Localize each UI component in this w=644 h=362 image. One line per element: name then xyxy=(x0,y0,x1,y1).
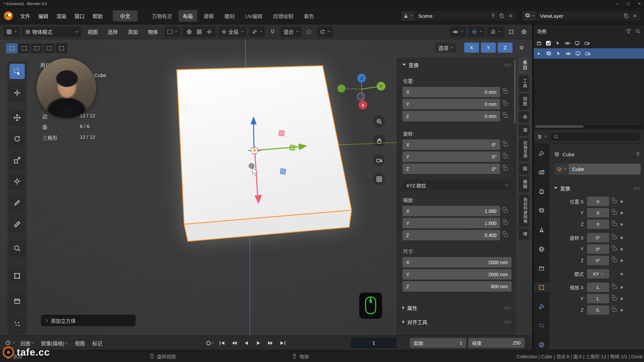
exclude-checkbox[interactable] xyxy=(546,41,551,46)
lock-icon[interactable] xyxy=(613,212,617,215)
gizmo-plane-z[interactable] xyxy=(280,169,286,174)
menu-object[interactable]: 物体 xyxy=(144,28,162,35)
camera-view-button[interactable] xyxy=(373,154,385,166)
mode-dropdown[interactable]: 物体模式 xyxy=(22,26,81,37)
lock-icon[interactable] xyxy=(613,259,617,262)
pan-button[interactable] xyxy=(373,135,385,147)
menu-add[interactable]: 添加 xyxy=(124,28,142,35)
selectable-cursor-icon[interactable] xyxy=(556,51,561,56)
select-mode-invert[interactable] xyxy=(43,43,55,53)
remove-viewlayer-icon[interactable] xyxy=(632,13,638,18)
tool-settings-dropdown[interactable] xyxy=(164,26,180,37)
cube-object[interactable] xyxy=(177,66,352,241)
options-dropdown[interactable]: 选项 xyxy=(435,43,457,53)
menu-window[interactable]: 窗口 xyxy=(70,10,89,21)
hide-eye-icon[interactable] xyxy=(566,51,571,56)
language-button[interactable]: 中文 xyxy=(113,10,138,21)
lock-icon[interactable] xyxy=(613,200,617,203)
pin-icon[interactable] xyxy=(635,152,641,157)
lock-icon[interactable] xyxy=(504,234,508,237)
properties-search-input[interactable] xyxy=(550,132,641,141)
editor-type-button[interactable] xyxy=(3,26,19,37)
tool-add-cube[interactable] xyxy=(9,241,25,256)
hide-eye-icon[interactable] xyxy=(565,41,570,46)
dimensions-z-field[interactable]: Z800 mm xyxy=(402,281,512,292)
snap-target-icon[interactable] xyxy=(204,26,214,37)
globe-icon[interactable] xyxy=(184,26,194,37)
gizmos-dropdown[interactable] xyxy=(469,26,485,37)
minimize-button[interactable]: ─ xyxy=(615,1,619,6)
lock-icon[interactable] xyxy=(613,297,617,300)
tab-view-layer[interactable] xyxy=(534,206,549,215)
menu-file[interactable]: 文件 xyxy=(16,10,34,21)
dimensions-x-field[interactable]: X2000 mm xyxy=(402,257,512,267)
select-mode-new[interactable] xyxy=(6,43,17,53)
viewlayer-name[interactable]: ViewLayer xyxy=(537,13,621,19)
n-tab-addon-2[interactable]: 湘 xyxy=(519,125,529,136)
animate-dot-icon[interactable] xyxy=(621,273,623,275)
outliner-cube-row[interactable] xyxy=(534,48,644,59)
grid-ortho-button[interactable] xyxy=(373,173,385,185)
frame-start-field[interactable]: 起始1 xyxy=(410,338,466,348)
scale-x-field[interactable]: X1.000 xyxy=(402,206,500,216)
tool-move[interactable] xyxy=(9,110,25,125)
new-viewlayer-icon[interactable] xyxy=(624,13,629,18)
prop-mode-dropdown[interactable]: XY xyxy=(587,269,609,279)
props-transform-header[interactable]: 变换 xyxy=(554,183,641,193)
menu-select[interactable]: 选择 xyxy=(104,28,121,35)
lock-icon[interactable] xyxy=(613,309,617,312)
prev-keyframe-button[interactable] xyxy=(229,338,239,348)
close-button[interactable]: × xyxy=(638,1,641,6)
properties-editor-type-button[interactable] xyxy=(537,134,546,139)
new-scene-icon[interactable] xyxy=(499,13,504,18)
tool-extra-3[interactable] xyxy=(9,316,25,332)
lock-icon[interactable] xyxy=(504,222,508,225)
menu-view[interactable]: 视图 xyxy=(84,28,101,35)
axis-nav-gizmo[interactable]: Z Y X xyxy=(330,62,397,119)
search-icon[interactable] xyxy=(635,28,641,34)
viewport-disable-icon[interactable] xyxy=(575,51,581,56)
prop-scale-y-field[interactable]: 1. xyxy=(587,294,609,303)
scale-y-field[interactable]: Y1.000 xyxy=(402,218,500,228)
animate-dot-icon[interactable] xyxy=(621,212,623,214)
lock-icon[interactable] xyxy=(613,223,617,226)
maximize-button[interactable]: □ xyxy=(627,1,630,6)
rotation-z-field[interactable]: Z0° xyxy=(402,164,500,174)
gizmo-plane-y[interactable] xyxy=(289,145,295,150)
workspace-tab-sculpting[interactable]: 雕刻 xyxy=(220,10,239,22)
gizmo-plane-x[interactable] xyxy=(279,130,284,136)
tab-scene[interactable] xyxy=(534,226,549,234)
snap-magnet-icon[interactable] xyxy=(268,26,278,37)
workspace-tab-layout[interactable]: 布局 xyxy=(178,10,197,22)
transform-panel-header[interactable]: 变换 xyxy=(402,59,512,70)
n-tab-addon-6[interactable]: 曲线构建网格 xyxy=(519,194,529,227)
n-tab-tool[interactable]: 工具 xyxy=(519,75,529,92)
location-z-field[interactable]: Z0 mm xyxy=(402,111,500,121)
n-panel-scrollbar[interactable] xyxy=(514,60,516,124)
tool-select-box[interactable] xyxy=(9,64,25,79)
nav-axis-y-neg[interactable] xyxy=(337,84,345,93)
tab-collection[interactable] xyxy=(534,264,549,273)
viewlayer-browse-button[interactable] xyxy=(523,11,537,21)
play-button[interactable] xyxy=(253,338,264,348)
lock-icon[interactable] xyxy=(504,155,508,158)
pivot-dropdown[interactable] xyxy=(249,26,265,37)
tab-output[interactable] xyxy=(534,187,549,196)
prop-rot-y-field[interactable]: 0° xyxy=(587,244,609,254)
lock-icon[interactable] xyxy=(504,143,508,146)
frame-end-field[interactable]: 结束250 xyxy=(468,338,525,348)
viewport-disable-icon[interactable] xyxy=(575,41,580,46)
timeline-menu-view[interactable]: 视图 xyxy=(71,340,89,347)
tool-settings-gear[interactable] xyxy=(516,43,527,53)
workspace-tab-uv[interactable]: UV编辑 xyxy=(241,10,267,22)
falloff-dropdown[interactable] xyxy=(317,26,333,37)
animate-dot-icon[interactable] xyxy=(621,223,623,226)
lock-icon[interactable] xyxy=(504,209,508,213)
workspace-tab-modeling[interactable]: 建模 xyxy=(199,10,218,22)
unlink-scene-icon[interactable] xyxy=(508,13,513,18)
rotation-y-field[interactable]: Y0° xyxy=(402,152,500,162)
axis-button-z[interactable]: Z xyxy=(498,43,513,53)
viewport-3d[interactable]: 用户透视 Cube 边12 / 12 面6 / 6 三角形12 / 12 Z Y… xyxy=(0,39,532,336)
overlays-dropdown[interactable] xyxy=(487,26,503,37)
pin-icon[interactable] xyxy=(490,13,496,18)
